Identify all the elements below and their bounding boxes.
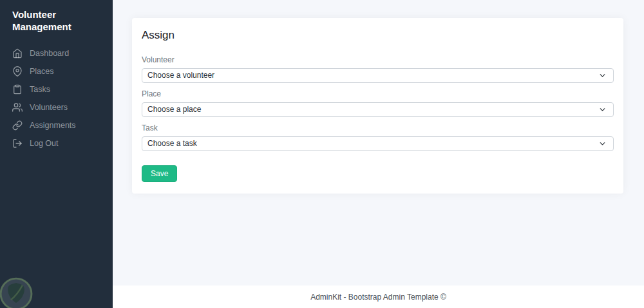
sidebar-item-logout[interactable]: Log Out xyxy=(0,134,113,152)
task-select-value: Choose a task xyxy=(147,137,197,150)
users-icon xyxy=(12,102,23,113)
place-select[interactable]: Choose a place xyxy=(142,102,614,117)
footer-text: AdminKit - Bootstrap Admin Template © xyxy=(310,293,446,302)
sidebar: Volunteer Management Dashboard Places Ta… xyxy=(0,0,113,308)
brand-watermark-logo xyxy=(0,276,34,308)
main-area: Assign Volunteer Choose a volunteer Plac… xyxy=(113,0,644,308)
clipboard-icon xyxy=(12,84,23,95)
chevron-down-icon xyxy=(598,71,607,80)
sidebar-item-label: Dashboard xyxy=(30,48,69,59)
place-select-value: Choose a place xyxy=(147,103,201,116)
map-pin-icon xyxy=(12,66,23,77)
sidebar-item-tasks[interactable]: Tasks xyxy=(0,80,113,98)
sidebar-item-label: Tasks xyxy=(30,84,50,95)
sidebar-nav: Dashboard Places Tasks Volunteers xyxy=(0,44,113,152)
link-icon xyxy=(12,120,23,131)
task-select[interactable]: Choose a task xyxy=(142,136,614,151)
sidebar-item-dashboard[interactable]: Dashboard xyxy=(0,44,113,62)
sidebar-item-volunteers[interactable]: Volunteers xyxy=(0,98,113,116)
footer: AdminKit - Bootstrap Admin Template © xyxy=(113,285,644,308)
volunteer-label: Volunteer xyxy=(142,55,614,64)
place-label: Place xyxy=(142,89,614,98)
volunteer-select-value: Choose a volunteer xyxy=(147,69,214,82)
sidebar-item-label: Volunteers xyxy=(30,102,68,113)
chevron-down-icon xyxy=(598,105,607,114)
sidebar-item-assignments[interactable]: Assignments xyxy=(0,116,113,134)
assign-card: Assign Volunteer Choose a volunteer Plac… xyxy=(132,18,623,194)
app-window: Volunteer Management Dashboard Places Ta… xyxy=(0,0,644,308)
page-title: Assign xyxy=(142,28,614,42)
log-out-icon xyxy=(12,138,23,149)
brand-title[interactable]: Volunteer Management xyxy=(0,0,113,39)
save-button[interactable]: Save xyxy=(142,165,177,182)
task-label: Task xyxy=(142,123,614,132)
sidebar-item-label: Places xyxy=(30,66,54,77)
sidebar-item-label: Log Out xyxy=(30,138,58,149)
volunteer-select[interactable]: Choose a volunteer xyxy=(142,68,614,83)
sidebar-item-places[interactable]: Places xyxy=(0,62,113,80)
content-area: Assign Volunteer Choose a volunteer Plac… xyxy=(113,0,644,285)
sidebar-item-label: Assignments xyxy=(30,120,76,131)
home-icon xyxy=(12,48,23,59)
chevron-down-icon xyxy=(598,140,607,148)
